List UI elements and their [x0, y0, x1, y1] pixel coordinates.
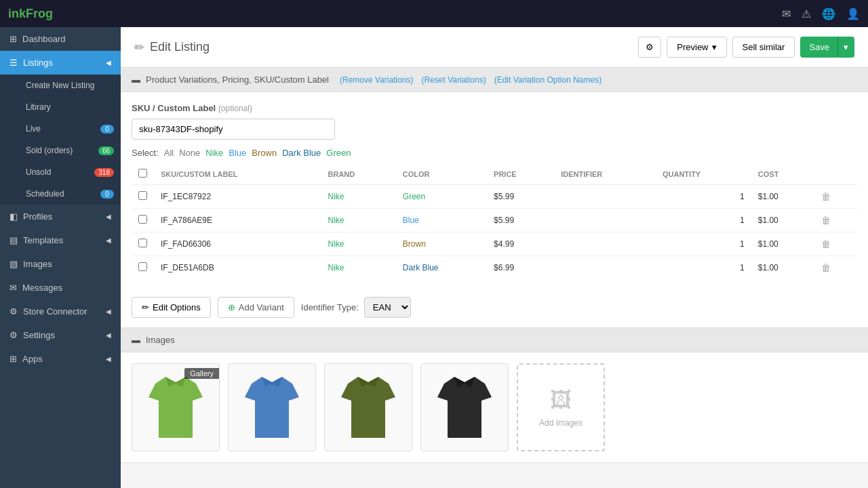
sidebar-item-scheduled[interactable]: Scheduled 0	[19, 183, 121, 205]
row-brand-3: Nike	[321, 256, 396, 280]
table-row: IF_A786AE9E Nike Blue $5.99 1 $1.00 🗑	[132, 209, 857, 232]
page-title-text: Edit Listing	[150, 40, 210, 54]
sidebar-item-create-listing[interactable]: Create New Listing	[19, 75, 121, 96]
select-darkblue-link[interactable]: Dark Blue	[282, 148, 321, 158]
sidebar-item-label: Dashboard	[22, 34, 66, 44]
gear-button[interactable]: ⚙	[638, 37, 661, 58]
sidebar-item-label: Store Connector	[23, 306, 87, 317]
variations-header-text: Product Variations, Pricing, SKU/Custom …	[146, 75, 329, 85]
sidebar-item-settings[interactable]: ⚙ Settings ◀	[0, 323, 121, 347]
identifier-type-select[interactable]: EAN UPC ISBN ASIN	[364, 297, 411, 318]
image-thumb-3[interactable]	[324, 363, 412, 451]
select-brown-link[interactable]: Brown	[252, 148, 277, 158]
row-identifier-2	[554, 232, 656, 256]
page-header: ✏ Edit Listing ⚙ Preview ▾ Sell similar …	[121, 27, 868, 68]
select-all-checkbox[interactable]	[138, 169, 147, 178]
shirt-svg-1	[142, 370, 210, 445]
gear-icon: ⚙	[646, 42, 654, 52]
sidebar-item-sold[interactable]: Sold (orders) 66	[19, 140, 121, 161]
col-price: PRICE	[487, 163, 554, 185]
shirt-svg-4	[431, 370, 498, 445]
messages-icon: ✉	[9, 283, 17, 293]
col-color: COLOR	[396, 163, 487, 185]
add-images-box[interactable]: 🖼 Add Images	[517, 363, 605, 451]
mail-icon[interactable]: ✉	[782, 7, 791, 20]
table-row: IF_DE51A6DB Nike Dark Blue $6.99 1 $1.00…	[132, 256, 857, 280]
image-thumb-4[interactable]	[420, 363, 509, 451]
variations-section: ▬ Product Variations, Pricing, SKU/Custo…	[121, 68, 868, 328]
sku-input[interactable]	[132, 119, 335, 140]
sidebar-item-listings[interactable]: ☰ Listings ◀	[0, 51, 121, 75]
dashboard-icon: ⊞	[9, 34, 17, 44]
user-icon[interactable]: 👤	[846, 7, 860, 20]
preview-button[interactable]: Preview ▾	[667, 37, 726, 58]
chevron-down-icon: ▾	[712, 42, 717, 52]
logo: inkFrog	[8, 7, 53, 21]
variations-section-body: SKU / Custom Label (optional) Select: Al…	[121, 92, 868, 290]
image-thumb-2[interactable]	[228, 363, 316, 451]
delete-row-2-button[interactable]: 🗑	[821, 239, 831, 249]
col-brand: BRAND	[321, 163, 396, 185]
select-nike-link[interactable]: Nike	[205, 148, 223, 158]
select-green-link[interactable]: Green	[326, 148, 351, 158]
image-thumb-1[interactable]: Gallery	[132, 363, 220, 451]
scheduled-badge: 0	[100, 190, 114, 199]
delete-row-3-button[interactable]: 🗑	[821, 262, 831, 273]
sidebar-item-label: Create New Listing	[26, 81, 94, 90]
svg-marker-4	[341, 377, 395, 438]
sidebar-item-live[interactable]: Live 0	[19, 118, 121, 140]
row-brand-0: Nike	[321, 185, 396, 209]
sell-similar-button[interactable]: Sell similar	[732, 37, 795, 58]
remove-variations-link[interactable]: (Remove Variations)	[340, 75, 413, 85]
live-badge: 0	[100, 125, 114, 134]
alert-icon[interactable]: ⚠	[802, 7, 811, 20]
pencil-icon: ✏	[142, 302, 149, 312]
save-dropdown-button[interactable]: ▾	[837, 37, 854, 58]
sidebar-item-dashboard[interactable]: ⊞ Dashboard	[0, 27, 121, 51]
apps-icon: ⊞	[9, 354, 17, 364]
chevron-left-icon: ◀	[106, 331, 111, 339]
row-identifier-1	[554, 209, 656, 232]
edit-icon: ✏	[134, 40, 144, 55]
sidebar-item-unsold[interactable]: Unsold 318	[19, 161, 121, 183]
sku-label: SKU / Custom Label (optional)	[132, 103, 857, 113]
images-header-text: Images	[146, 335, 175, 345]
shirt-svg-3	[334, 370, 402, 445]
sidebar-item-label: Scheduled	[26, 189, 64, 199]
sidebar-item-store-connector[interactable]: ⚙ Store Connector ◀	[0, 300, 121, 323]
add-images-icon: 🖼	[550, 388, 572, 413]
row-price-1: $5.99	[487, 209, 554, 232]
edit-variation-option-names-link[interactable]: (Edit Variation Option Names)	[494, 75, 602, 85]
globe-icon[interactable]: 🌐	[822, 7, 835, 20]
select-none-link[interactable]: None	[179, 148, 200, 158]
add-variant-button[interactable]: ⊕ Add Variant	[218, 297, 294, 318]
images-icon: ▨	[9, 259, 18, 269]
sidebar-item-images[interactable]: ▨ Images	[0, 252, 121, 276]
col-identifier: IDENTIFIER	[554, 163, 656, 185]
save-button-group: Save ▾	[800, 37, 854, 58]
delete-row-1-button[interactable]: 🗑	[821, 215, 831, 226]
sidebar-item-templates[interactable]: ▤ Templates ◀	[0, 228, 121, 252]
section-icon: ▬	[132, 75, 140, 85]
row-brand-2: Nike	[321, 232, 396, 256]
edit-options-button[interactable]: ✏ Edit Options	[132, 297, 211, 318]
select-all-link[interactable]: All	[164, 148, 174, 158]
delete-row-0-button[interactable]: 🗑	[821, 191, 831, 202]
sidebar-item-messages[interactable]: ✉ Messages	[0, 276, 121, 300]
row-checkbox-3[interactable]	[138, 262, 147, 271]
row-checkbox-2[interactable]	[138, 239, 147, 247]
row-checkbox-0[interactable]	[138, 191, 147, 200]
row-color-3: Dark Blue	[396, 256, 487, 280]
save-button[interactable]: Save	[800, 37, 837, 58]
row-brand-1: Nike	[321, 209, 396, 232]
templates-icon: ▤	[9, 235, 18, 245]
sidebar-item-library[interactable]: Library	[19, 96, 121, 118]
row-checkbox-1[interactable]	[138, 215, 147, 224]
sidebar-item-profiles[interactable]: ◧ Profiles ◀	[0, 205, 121, 228]
row-price-3: $6.99	[487, 256, 554, 280]
row-quantity-2: 1	[656, 232, 751, 256]
reset-variations-link[interactable]: (Reset Variations)	[421, 75, 486, 85]
sidebar-item-apps[interactable]: ⊞ Apps ◀	[0, 347, 121, 371]
select-blue-link[interactable]: Blue	[229, 148, 246, 158]
section-icon: ▬	[132, 335, 140, 345]
